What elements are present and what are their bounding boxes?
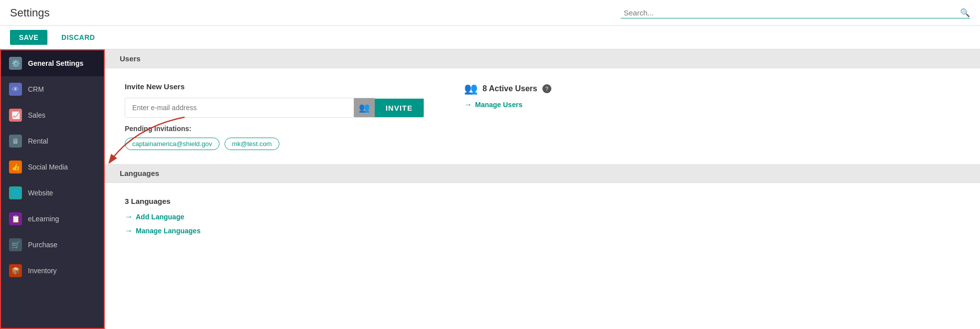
pending-tag-1[interactable]: mk@test.com [225,138,279,150]
manage-users-link[interactable]: Manage Users [464,100,574,109]
sales-icon: 📈 [9,109,22,122]
website-icon: 🌐 [9,186,22,199]
help-icon[interactable]: ? [542,84,551,93]
sidebar-item-purchase[interactable]: 🛒 Purchase [1,232,104,258]
topbar: Settings 🔍 [0,0,980,26]
sidebar-label-website: Website [28,189,53,197]
sidebar-label-general-settings: General Settings [28,59,83,67]
elearning-icon: 📋 [9,212,22,225]
purchase-icon: 🛒 [9,238,22,251]
sidebar-label-purchase: Purchase [28,241,57,249]
languages-section-header: Languages [105,164,980,183]
social-media-icon: 👍 [9,161,22,173]
active-users-count: 8 Active Users [483,84,537,93]
gear-icon: ⚙️ [9,57,22,70]
active-users-block: 👥 8 Active Users ? Manage Users [464,82,574,150]
sidebar-item-inventory[interactable]: 📦 Inventory [1,258,104,284]
pending-tags-row: captainamerica@shield.gov mk@test.com [125,138,424,150]
sidebar: ⚙️ General Settings 👁 CRM 📈 Sales 🖥 Rent… [0,49,105,329]
email-input[interactable] [125,99,354,117]
invite-title: Invite New Users [125,82,424,91]
sidebar-item-social-media[interactable]: 👍 Social Media [1,154,104,180]
users-group-icon: 👥 [464,82,478,95]
pending-label: Pending Invitations: [125,125,424,133]
invite-block: Invite New Users 👥 INVITE Pending Invita… [125,82,424,150]
invite-users-icon: 👥 [354,98,375,117]
invite-row: 👥 INVITE [125,98,424,118]
users-section-body: Invite New Users 👥 INVITE Pending Invita… [105,68,980,164]
search-icon[interactable]: 🔍 [960,8,970,17]
languages-block: 3 Languages Add Language Manage Language… [105,183,980,254]
sidebar-item-website[interactable]: 🌐 Website [1,180,104,206]
manage-languages-link[interactable]: Manage Languages [125,226,960,235]
page-title: Settings [10,6,50,19]
sidebar-item-crm[interactable]: 👁 CRM [1,76,104,102]
sidebar-item-elearning[interactable]: 📋 eLearning [1,206,104,232]
sidebar-item-sales[interactable]: 📈 Sales [1,102,104,128]
main-layout: ⚙️ General Settings 👁 CRM 📈 Sales 🖥 Rent… [0,49,980,329]
rental-icon: 🖥 [9,135,22,148]
invite-button[interactable]: INVITE [375,99,424,117]
sidebar-label-crm: CRM [28,85,44,93]
pending-tag-0[interactable]: captainamerica@shield.gov [125,138,220,150]
sidebar-label-sales: Sales [28,111,45,119]
sidebar-label-social-media: Social Media [28,163,68,171]
inventory-icon: 📦 [9,264,22,277]
active-users-row: 👥 8 Active Users ? [464,82,574,95]
sidebar-item-rental[interactable]: 🖥 Rental [1,128,104,154]
users-section-header: Users [105,49,980,68]
content-area: Users Invite New Users 👥 [105,49,980,329]
sidebar-item-general-settings[interactable]: ⚙️ General Settings [1,50,104,76]
discard-button[interactable]: DISCARD [55,30,101,45]
search-container: 🔍 [621,7,970,18]
add-language-link[interactable]: Add Language [125,212,960,221]
save-button[interactable]: SAVE [10,30,47,45]
search-input[interactable] [621,7,960,18]
crm-icon: 👁 [9,83,22,96]
sidebar-label-inventory: Inventory [28,267,57,275]
sidebar-label-elearning: eLearning [28,215,59,223]
languages-count: 3 Languages [125,197,960,205]
sidebar-label-rental: Rental [28,137,48,145]
actionbar: SAVE DISCARD [0,26,980,49]
